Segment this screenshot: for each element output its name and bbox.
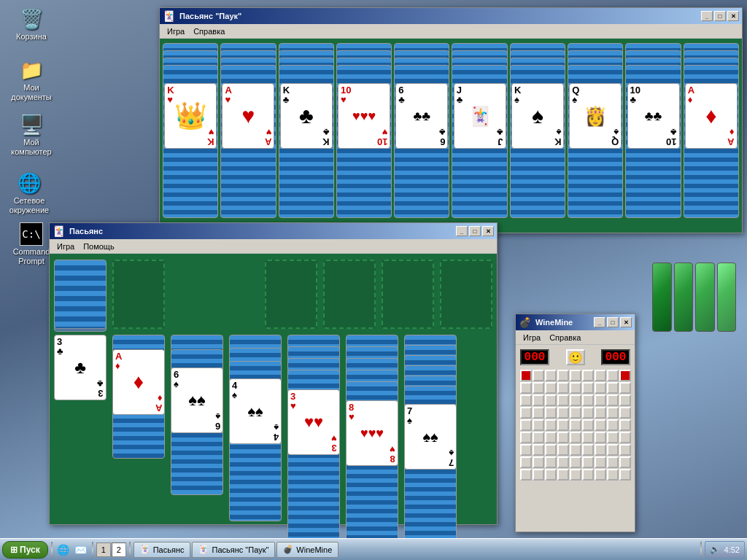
mine-cell[interactable] bbox=[619, 469, 631, 481]
mine-cell[interactable] bbox=[607, 407, 619, 419]
mine-cell[interactable] bbox=[595, 456, 606, 468]
card-four-spades[interactable]: 4♠ ♠♠ 4♠ bbox=[229, 378, 282, 444]
winemine-menu-game[interactable]: Игра bbox=[519, 332, 545, 343]
card-six-clubs[interactable]: 6♣ ♣♣ 6♣ bbox=[395, 83, 448, 149]
mine-cell[interactable] bbox=[582, 444, 594, 456]
taskbar-page-1[interactable]: 1 bbox=[96, 542, 111, 557]
klondike-foundation-5[interactable] bbox=[440, 260, 492, 329]
card-king-hearts[interactable]: K♥ 👑 K♥ bbox=[164, 83, 217, 149]
mine-cell[interactable] bbox=[619, 394, 631, 406]
mine-cell[interactable] bbox=[520, 432, 532, 443]
mine-cell[interactable] bbox=[520, 394, 532, 406]
mine-cell[interactable] bbox=[533, 370, 544, 381]
mine-cell[interactable] bbox=[545, 444, 557, 456]
mine-cell[interactable] bbox=[545, 419, 557, 431]
mine-cell[interactable] bbox=[545, 407, 557, 419]
mine-reset-button[interactable]: 🙂 bbox=[566, 349, 585, 365]
mine-cell[interactable] bbox=[619, 407, 631, 419]
desktop-icon-recycle[interactable]: 🗑️ Корзина bbox=[6, 7, 57, 42]
mine-cell[interactable] bbox=[570, 469, 581, 481]
mine-cell[interactable] bbox=[619, 456, 631, 468]
mine-cell[interactable] bbox=[607, 394, 619, 406]
mine-cell[interactable] bbox=[533, 469, 544, 481]
card-six-spades[interactable]: 6♠ ♠♠ 6♠ bbox=[171, 368, 223, 433]
mine-cell[interactable] bbox=[595, 469, 606, 481]
mine-cell[interactable] bbox=[607, 456, 619, 468]
ql-browser[interactable]: 🌐 bbox=[55, 542, 71, 558]
mine-cell[interactable] bbox=[607, 432, 619, 443]
mine-cell[interactable] bbox=[520, 407, 532, 419]
klondike-close-button[interactable]: ✕ bbox=[482, 226, 494, 236]
spider-close-button[interactable]: ✕ bbox=[727, 11, 739, 21]
mine-cell[interactable] bbox=[582, 469, 594, 481]
winemine-maximize-button[interactable]: □ bbox=[607, 317, 619, 327]
mine-cell[interactable] bbox=[557, 456, 569, 468]
spider-menu-help[interactable]: Справка bbox=[189, 26, 229, 37]
spider-minimize-button[interactable]: _ bbox=[701, 11, 713, 21]
card-ace-diamonds[interactable]: A♦ ♦ A♦ bbox=[112, 349, 165, 415]
mine-cell[interactable] bbox=[570, 432, 581, 443]
mine-cell[interactable] bbox=[533, 382, 544, 394]
mine-cell[interactable] bbox=[582, 407, 594, 419]
mine-cell[interactable] bbox=[557, 469, 569, 481]
mine-cell[interactable] bbox=[607, 419, 619, 431]
klondike-minimize-button[interactable]: _ bbox=[456, 226, 468, 236]
klondike-maximize-button[interactable]: □ bbox=[469, 226, 481, 236]
mine-cell[interactable] bbox=[557, 444, 569, 456]
mine-cell[interactable] bbox=[557, 407, 569, 419]
klondike-foundation-2[interactable] bbox=[265, 260, 317, 329]
mine-cell[interactable] bbox=[545, 394, 557, 406]
spider-maximize-button[interactable]: □ bbox=[714, 11, 726, 21]
mine-cell[interactable] bbox=[520, 370, 532, 381]
mine-cell[interactable] bbox=[595, 394, 606, 406]
mine-cell[interactable] bbox=[533, 432, 544, 443]
winemine-menu-help[interactable]: Справка bbox=[545, 332, 585, 343]
mine-cell[interactable] bbox=[570, 456, 581, 468]
klondike-menu-game[interactable]: Игра bbox=[53, 241, 79, 252]
mine-cell[interactable] bbox=[595, 432, 606, 443]
mine-cell[interactable] bbox=[619, 370, 631, 381]
mine-cell[interactable] bbox=[570, 419, 581, 431]
mine-cell[interactable] bbox=[607, 370, 619, 381]
mine-cell[interactable] bbox=[619, 432, 631, 443]
card-three-clubs[interactable]: 3♣ ♣ 3♣ bbox=[54, 335, 107, 400]
card-eight-hearts[interactable]: 8♥ ♥♥♥ 8♥ bbox=[346, 400, 398, 466]
taskbar-app-klondike[interactable]: 🃏 Пасьянс bbox=[133, 542, 191, 558]
mine-cell[interactable] bbox=[595, 370, 606, 381]
mine-cell[interactable] bbox=[570, 382, 581, 394]
mine-cell[interactable] bbox=[520, 444, 532, 456]
mine-cell[interactable] bbox=[520, 382, 532, 394]
mine-cell[interactable] bbox=[582, 419, 594, 431]
mine-cell[interactable] bbox=[570, 394, 581, 406]
mine-cell[interactable] bbox=[570, 370, 581, 381]
mine-cell[interactable] bbox=[557, 370, 569, 381]
mine-cell[interactable] bbox=[582, 394, 594, 406]
taskbar-app-winemine[interactable]: 💣 WineMine bbox=[276, 542, 338, 558]
mine-cell[interactable] bbox=[545, 469, 557, 481]
card-three-hearts[interactable]: 3♥ ♥♥ 3♥ bbox=[287, 389, 340, 455]
desktop-icon-mycomp[interactable]: 🖥️ Мой компьютер bbox=[6, 113, 57, 157]
card-ace-diamonds[interactable]: A♦ ♦ A♦ bbox=[685, 83, 738, 149]
mine-cell[interactable] bbox=[533, 419, 544, 431]
start-button[interactable]: ⊞ Пуск bbox=[2, 541, 48, 559]
klondike-menu-help[interactable]: Помощь bbox=[79, 241, 119, 252]
mine-cell[interactable] bbox=[533, 407, 544, 419]
mine-cell[interactable] bbox=[619, 444, 631, 456]
mine-cell[interactable] bbox=[520, 419, 532, 431]
mine-cell[interactable] bbox=[607, 444, 619, 456]
mine-cell[interactable] bbox=[557, 394, 569, 406]
mine-cell[interactable] bbox=[595, 419, 606, 431]
winemine-close-button[interactable]: ✕ bbox=[620, 317, 632, 327]
mine-cell[interactable] bbox=[520, 469, 532, 481]
mine-cell[interactable] bbox=[533, 456, 544, 468]
klondike-foundation-4[interactable] bbox=[382, 260, 434, 329]
klondike-deck[interactable] bbox=[54, 260, 107, 329]
card-king-clubs[interactable]: K♣ ♣ K♣ bbox=[280, 83, 333, 149]
mine-cell[interactable] bbox=[607, 382, 619, 394]
mine-cell[interactable] bbox=[582, 456, 594, 468]
mine-cell[interactable] bbox=[520, 456, 532, 468]
card-king-spades[interactable]: K♠ ♠ K♠ bbox=[511, 83, 564, 149]
mine-cell[interactable] bbox=[545, 432, 557, 443]
taskbar-page-2[interactable]: 2 bbox=[112, 542, 126, 557]
mine-cell[interactable] bbox=[595, 444, 606, 456]
